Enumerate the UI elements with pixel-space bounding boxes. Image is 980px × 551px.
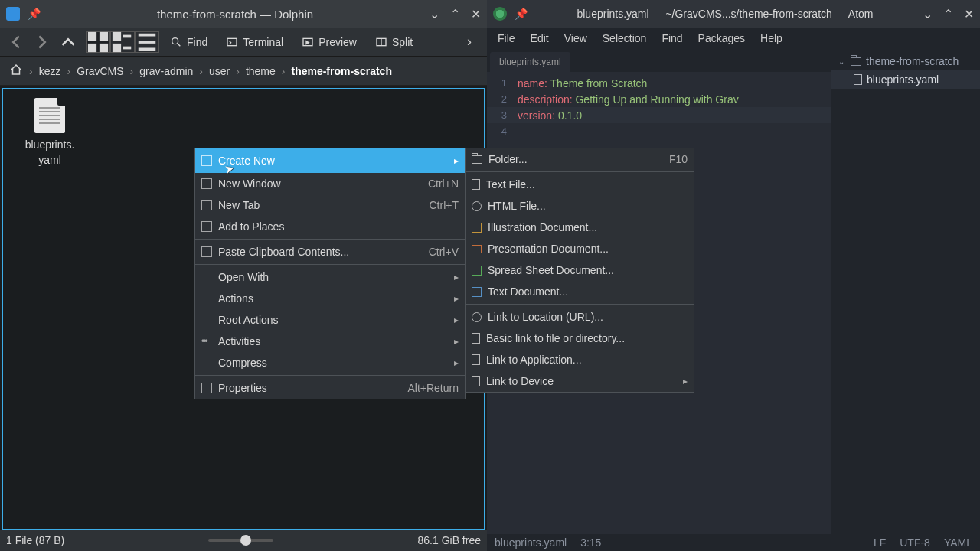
breadcrumb-item[interactable]: grav-admin (136, 65, 196, 77)
menu-item[interactable]: Actions▸ (195, 288, 465, 309)
home-icon[interactable] (6, 63, 26, 79)
menu-item[interactable]: New TabCtrl+T (195, 194, 465, 216)
breadcrumb-item[interactable]: user (206, 65, 233, 77)
editor-tab[interactable]: blueprints.yaml (490, 52, 570, 72)
breadcrumb-item[interactable]: theme (243, 65, 279, 77)
breadcrumb-item[interactable]: GravCMS (74, 65, 126, 77)
menu-view[interactable]: View (557, 32, 595, 44)
minimize-button[interactable]: ⌄ (923, 7, 933, 21)
menu-item[interactable]: PropertiesAlt+Return (195, 377, 465, 399)
menu-item[interactable]: Presentation Document... (466, 238, 694, 259)
forward-button[interactable] (31, 31, 54, 54)
status-language[interactable]: YAML (944, 536, 972, 549)
menu-item[interactable]: Add to Places (195, 216, 465, 237)
menu-selection[interactable]: Selection (595, 32, 655, 44)
back-button[interactable] (5, 31, 28, 54)
menu-help[interactable]: Help (753, 32, 790, 44)
menu-packages[interactable]: Packages (691, 32, 753, 44)
menu-item[interactable]: Illustration Document... (466, 217, 694, 238)
breadcrumb-current[interactable]: theme-from-scratch (288, 65, 394, 77)
find-button[interactable]: Find (162, 31, 215, 54)
file-count-label: 1 File (87 B) (6, 534, 64, 546)
file-name-label: blueprints. yaml (17, 138, 83, 168)
project-tree: ⌄ theme-from-scratch blueprints.yaml (831, 49, 980, 534)
status-cursor-pos[interactable]: 3:15 (580, 536, 601, 549)
context-menu-main[interactable]: Create New▸New WindowCtrl+NNew TabCtrl+T… (194, 148, 466, 399)
chevron-down-icon: ⌄ (838, 57, 846, 66)
atom-titlebar: 📌 blueprints.yaml — ~/GravCMS...s/theme-… (487, 0, 980, 28)
tree-file-item[interactable]: blueprints.yaml (831, 70, 980, 89)
close-button[interactable]: ✕ (964, 7, 974, 21)
disk-free-label: 86.1 GiB free (418, 534, 482, 546)
menu-item[interactable]: Link to Location (URL)... (466, 306, 694, 328)
menu-file[interactable]: File (490, 32, 523, 44)
breadcrumb-bar: ›kezz ›GravCMS ›grav-admin ›user ›theme … (0, 57, 487, 86)
terminal-button[interactable]: Terminal (218, 31, 291, 54)
svg-rect-3 (101, 44, 107, 51)
svg-line-12 (178, 44, 180, 46)
tree-root-folder[interactable]: ⌄ theme-from-scratch (831, 52, 980, 70)
file-icon (854, 74, 862, 85)
dolphin-app-icon (6, 7, 20, 21)
menu-edit[interactable]: Edit (523, 32, 557, 44)
svg-point-11 (172, 37, 178, 44)
zoom-slider[interactable] (208, 539, 273, 542)
dolphin-toolbar: Find Terminal Preview Split › (0, 28, 487, 57)
menu-item[interactable]: Link to Application... (466, 349, 694, 370)
atom-menubar: File Edit View Selection Find Packages H… (487, 28, 980, 49)
menu-item[interactable]: HTML File... (466, 195, 694, 217)
icon-view-button[interactable] (86, 31, 110, 53)
pin-icon[interactable]: 📌 (28, 8, 41, 20)
pin-icon[interactable]: 📌 (514, 8, 528, 20)
preview-button[interactable]: Preview (294, 31, 364, 54)
menu-item[interactable]: Root Actions▸ (195, 309, 465, 331)
dolphin-titlebar: 📌 theme-from-scratch — Dolphin ⌄ ⌃ ✕ (0, 0, 487, 28)
file-item[interactable]: blueprints. yaml (17, 98, 83, 168)
dolphin-statusbar: 1 File (87 B) 86.1 GiB free (0, 530, 487, 551)
status-file[interactable]: blueprints.yaml (495, 536, 567, 549)
svg-rect-13 (227, 38, 237, 45)
window-title: theme-from-scratch — Dolphin (48, 8, 422, 21)
status-encoding[interactable]: UTF-8 (900, 536, 930, 549)
editor-tabs: blueprints.yaml (487, 49, 831, 72)
menu-item[interactable]: Text Document... (466, 281, 694, 302)
menu-find[interactable]: Find (654, 32, 690, 44)
menu-item[interactable]: Compress▸ (195, 352, 465, 373)
minimize-button[interactable]: ⌄ (430, 7, 439, 21)
menu-item[interactable]: Paste Clipboard Contents...Ctrl+V (195, 241, 465, 262)
svg-rect-2 (90, 44, 96, 51)
menu-item[interactable]: New WindowCtrl+N (195, 173, 465, 194)
menu-item[interactable]: Create New▸ (195, 148, 465, 173)
svg-rect-0 (90, 33, 96, 39)
menu-item[interactable]: Folder...F10 (466, 148, 694, 170)
menu-item[interactable]: •••Activities▸ (195, 331, 465, 352)
toolbar-overflow-button[interactable]: › (467, 34, 482, 50)
svg-rect-4 (114, 33, 120, 39)
menu-item[interactable]: Spread Sheet Document... (466, 259, 694, 281)
status-line-ending[interactable]: LF (874, 536, 886, 549)
up-button[interactable] (57, 31, 80, 54)
atom-app-icon (493, 7, 507, 21)
menu-item[interactable]: Text File... (466, 174, 694, 195)
window-title: blueprints.yaml — ~/GravCMS...s/theme-fr… (535, 8, 915, 20)
split-button[interactable]: Split (368, 31, 420, 54)
svg-rect-1 (101, 33, 107, 39)
text-file-icon (34, 98, 65, 133)
view-mode-buttons (86, 31, 159, 53)
menu-item[interactable]: Link to Device▸ (466, 370, 694, 392)
svg-rect-5 (114, 44, 120, 51)
close-button[interactable]: ✕ (471, 7, 481, 21)
breadcrumb-item[interactable]: kezz (36, 65, 64, 77)
folder-icon (851, 57, 861, 66)
detail-view-button[interactable] (135, 31, 159, 53)
atom-statusbar: blueprints.yaml 3:15 LF UTF-8 YAML (487, 534, 980, 551)
maximize-button[interactable]: ⌃ (943, 7, 953, 21)
menu-item[interactable]: Open With▸ (195, 266, 465, 288)
context-menu-create-new[interactable]: Folder...F10Text File...HTML File...Illu… (465, 148, 694, 393)
maximize-button[interactable]: ⌃ (450, 7, 460, 21)
compact-view-button[interactable] (110, 31, 135, 53)
menu-item[interactable]: Basic link to file or directory... (466, 328, 694, 349)
